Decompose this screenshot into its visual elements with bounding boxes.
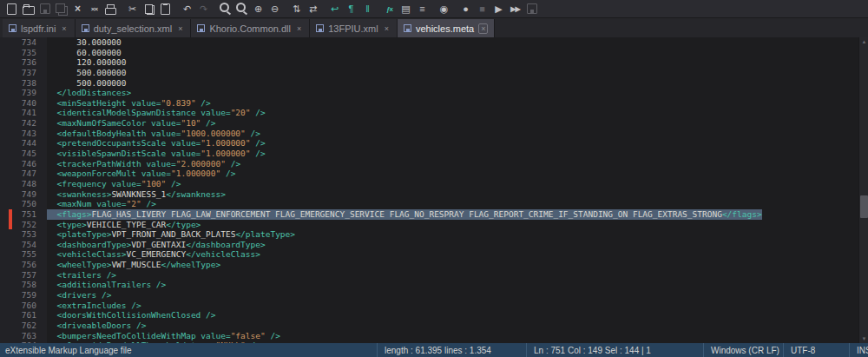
code-line[interactable]: 738 500.000000 [0,78,858,89]
tab-close-icon[interactable]: × [176,24,184,33]
code-text: <drivers /> [47,290,111,301]
saved-file-icon [197,24,205,32]
code-line[interactable]: 761 <doorsWithCollisionWhenClosed /> [0,310,858,321]
sync-horizontal-scroll-icon[interactable]: ⇄ [306,2,320,17]
tab-close-icon[interactable]: × [60,24,68,33]
copy-icon[interactable] [141,2,156,17]
cut-icon[interactable]: ✂ [125,2,140,17]
code-line[interactable]: 759 <drivers /> [0,290,858,301]
syntax-token: </plateType> [235,229,295,239]
document-list-icon[interactable]: ≡ [415,2,430,17]
code-line[interactable]: 752 <type>VEHICLE_TYPE_CAR</type> [0,220,858,230]
code-line[interactable]: 753 <plateType>VPT_FRONT_AND_BACK_PLATES… [0,229,858,240]
record-macro-icon[interactable]: ● [458,2,473,17]
open-file-icon[interactable] [21,2,36,17]
code-line[interactable]: 740 <minSeatHeight value="0.839" /> [0,98,858,109]
syntax-token: <plateType> [56,229,111,239]
code-line[interactable]: 750 <maxNum value="2" /> [0,199,858,209]
code-line[interactable]: 734 30.000000 [0,37,858,48]
tab-bar: lspdfr.ini×duty_selection.xml×Khorio.Com… [0,18,868,37]
tab-13FPIU.xml[interactable]: 13FPIU.xml× [310,19,398,37]
code-line[interactable]: 739 </lodDistances> [0,88,858,98]
code-line[interactable]: 760 <extraIncludes /> [0,301,858,311]
save-icon [37,2,52,17]
syntax-token: "1000.000000" [181,129,245,138]
play-macro-icon[interactable]: ▶ [491,2,506,17]
code-line[interactable]: 749 <swankness>SWANKNESS_1</swankness> [0,189,858,200]
tab-lspdfr.ini[interactable]: lspdfr.ini× [3,19,76,37]
code-line[interactable]: 741 <identicalModelSpawnDistance value="… [0,108,858,118]
show-all-characters-icon[interactable]: ¶ [344,2,358,17]
syntax-token: /> [251,108,266,117]
scrollbar-thumb[interactable] [860,195,868,218]
code-line[interactable]: 735 60.000000 [0,48,858,58]
syntax-token: </swankness> [166,189,226,199]
paste-icon[interactable] [158,2,173,17]
syntax-token: <vehicleClass> [56,249,126,259]
code-line[interactable]: 764 <pOverrideRagdollThreshold type="NUL… [0,340,858,343]
code-line[interactable]: 754 <dashboardType>VDT_GENTAXI</dashboar… [0,240,858,250]
code-text: <dashboardType>VDT_GENTAXI</dashboardTyp… [47,240,266,250]
status-encoding[interactable]: UTF-8 [783,343,849,357]
code-line[interactable]: 743 <defaultBodyHealth value="1000.00000… [0,129,858,139]
code-line[interactable]: 742 <maxNumOfSameColor value="10" /> [0,118,858,129]
code-line[interactable]: 756 <wheelType>VWT_MUSCLE</wheelType> [0,260,858,270]
file-monitoring-icon[interactable]: ◉ [437,2,451,17]
tab-close-icon[interactable]: × [383,24,391,33]
status-cursor-position[interactable]: Ln : 751 Col : 149 Sel : 144 | 1 [526,343,703,357]
replace-icon[interactable] [234,2,249,17]
syntax-token: <doorsWithCollisionWhenClosed /> [56,310,215,320]
vertical-scrollbar[interactable]: ▲ ▼ [858,37,868,343]
close-icon[interactable]: × [70,2,85,17]
show-indent-guide-icon[interactable]: ‖ [360,2,375,17]
save-macro-icon [524,2,539,17]
code-line[interactable]: 758 <additionalTrailers /> [0,280,858,290]
code-line[interactable]: 746 <trackerPathWidth value="2.000000" /… [0,159,858,169]
document-map-icon[interactable]: ▤ [398,2,413,17]
line-number: 736 [0,57,47,68]
sync-vertical-scroll-icon[interactable]: ⇅ [289,2,304,17]
scroll-up-arrow-icon[interactable]: ▲ [859,37,868,46]
zoom-in-icon[interactable]: ⊕ [251,2,266,17]
tab-vehicles.meta[interactable]: vehicles.meta× [398,19,496,37]
code-line[interactable]: 748 <frequency value="100" /> [0,179,858,189]
code-line[interactable]: 757 <trailers /> [0,270,858,281]
code-line[interactable]: 751 <flags>FLAG_HAS_LIVERY FLAG_LAW_ENFO… [0,209,858,220]
close-all-icon[interactable]: ×× [87,2,102,17]
code-line[interactable]: 744 <pretendOccupantsScale value="1.0000… [0,138,858,149]
line-number: 746 [0,159,47,169]
find-icon[interactable] [218,2,233,17]
toolbar-separator [321,2,326,17]
undo-icon[interactable]: ↶ [180,2,194,17]
code-line[interactable]: 745 <visibleSpawnDistScale value="1.0000… [0,149,858,159]
syntax-token [47,301,56,310]
tab-close-icon[interactable]: × [295,24,303,33]
code-text: <maxNumOfSameColor value="10" /> [47,118,216,129]
word-wrap-icon[interactable]: ↩ [327,2,342,17]
code-line[interactable]: 737 500.000000 [0,68,858,78]
line-number: 745 [0,149,47,159]
new-file-icon[interactable] [4,2,19,17]
status-eol-format[interactable]: Windows (CR LF) [703,343,783,357]
syntax-token: VEHICLE_TYPE_CAR [87,220,167,229]
code-line[interactable]: 762 <driveableDoors /> [0,321,858,331]
code-line[interactable]: 755 <vehicleClass>VC_EMERGENCY</vehicleC… [0,249,858,260]
tab-Khorio.Common.dll[interactable]: Khorio.Common.dll× [191,19,310,37]
code-text: <identicalModelSpawnDistance value="20" … [47,108,266,118]
print-icon[interactable] [103,2,118,17]
syntax-token: "1.000000" [201,138,250,148]
code-line[interactable]: 736 120.000000 [0,57,858,68]
editor[interactable]: 734 30.000000735 60.000000736 120.000000… [0,37,868,343]
code-line[interactable]: 747 <weaponForceMult value="1.000000" /> [0,169,858,179]
code-line[interactable]: 763 <bumpersNeedToCollideWithMap value="… [0,331,858,341]
status-typing-mode[interactable]: INS [849,343,868,357]
tab-close-icon[interactable]: × [478,23,488,34]
run-macro-multiple-times-icon[interactable]: ▶▶ [508,2,523,17]
syntax-token: "20" [231,108,251,117]
function-list-icon[interactable]: ƒx [382,2,397,17]
tab-label: duty_selection.xml [94,23,173,34]
zoom-out-icon[interactable]: ⊖ [267,2,282,17]
scroll-down-arrow-icon[interactable]: ▼ [859,334,868,343]
syntax-token [47,199,56,208]
tab-duty_selection.xml[interactable]: duty_selection.xml× [76,19,192,37]
